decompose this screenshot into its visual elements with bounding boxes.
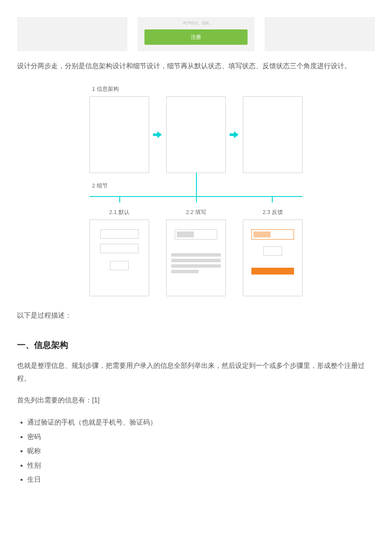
list-intro-paragraph: 首先列出需要的信息有：[1] (17, 394, 375, 407)
diagram-step2-label: 2 细节 (92, 182, 108, 190)
submit-placeholder (263, 246, 282, 256)
arrow-right-icon (230, 131, 239, 139)
sub-label-default: 2.1 默认 (89, 208, 149, 216)
preview-card-left (17, 17, 127, 51)
list-item: 生日 (27, 472, 375, 487)
register-button[interactable]: 注册 (144, 29, 248, 45)
keyboard-icon (171, 253, 221, 275)
diagram-step1-label: 1 信息架构 (92, 85, 303, 93)
input-filled (175, 229, 217, 240)
list-item: 密码 (27, 430, 375, 444)
error-toast (251, 268, 294, 275)
diagram-connector: 2 细节 (89, 173, 303, 203)
preview-card-right (265, 17, 375, 51)
sub-label-feedback: 2.3 反馈 (243, 208, 303, 216)
svg-marker-0 (153, 131, 162, 138)
design-process-diagram: 1 信息架构 2 细节 2.1 默认 2.2 填写 2.3 反馈 (89, 85, 303, 296)
diagram-sub-labels: 2.1 默认 2.2 填写 2.3 反馈 (89, 208, 303, 216)
svg-marker-1 (230, 131, 239, 138)
submit-placeholder (110, 261, 129, 270)
input-error (251, 229, 294, 240)
preview-card-middle: 用户协议、隐私 注册 (138, 17, 255, 51)
arrow-right-icon (153, 131, 162, 139)
list-item: 昵称 (27, 444, 375, 458)
sub-label-filling: 2.2 填写 (166, 208, 226, 216)
section-heading-ia: 一、信息架构 (17, 339, 375, 351)
input-placeholder-1 (100, 229, 138, 239)
ia-screen-1 (89, 96, 149, 173)
ia-screen-3 (243, 96, 303, 173)
preview-caption: 用户协议、隐私 (141, 20, 251, 26)
input-placeholder-2 (100, 244, 138, 253)
screenshot-preview-strip: 用户协议、隐私 注册 (17, 17, 375, 51)
detail-default-preview (89, 220, 149, 296)
detail-filling-preview (166, 220, 226, 296)
list-item: 性别 (27, 458, 375, 473)
required-info-list: 通过验证的手机（也就是手机号、验证码） 密码 昵称 性别 生日 (17, 415, 375, 487)
ia-description-paragraph: 也就是整理信息、规划步骤，把需要用户录入的信息全部列举出来，然后设定到一个或多个… (17, 359, 375, 385)
intro-paragraph: 设计分两步走，分别是信息架构设计和细节设计，细节再从默认状态、填写状态、反馈状态… (17, 60, 375, 72)
ia-screen-2 (166, 96, 226, 173)
process-intro-paragraph: 以下是过程描述： (17, 309, 375, 322)
diagram-row-2 (89, 220, 303, 296)
list-item: 通过验证的手机（也就是手机号、验证码） (27, 415, 375, 430)
diagram-row-1 (89, 96, 303, 173)
detail-feedback-preview (243, 220, 303, 296)
